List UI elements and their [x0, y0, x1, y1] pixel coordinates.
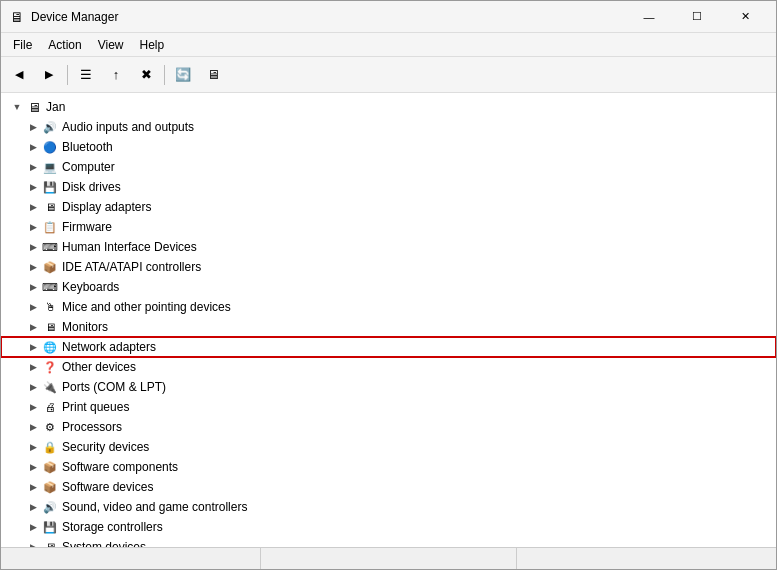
tree-item-bluetooth[interactable]: ▶ 🔵 Bluetooth: [1, 137, 776, 157]
minimize-button[interactable]: —: [626, 3, 672, 31]
print-icon: 🖨: [41, 399, 59, 415]
security-icon: 🔒: [41, 439, 59, 455]
expand-display-icon: ▶: [25, 199, 41, 215]
tree-item-ports[interactable]: ▶ 🔌 Ports (COM & LPT): [1, 377, 776, 397]
tree-item-monitors[interactable]: ▶ 🖥 Monitors: [1, 317, 776, 337]
tree-root-jan[interactable]: ▼ 🖥 Jan: [1, 97, 776, 117]
tree-item-hid[interactable]: ▶ ⌨ Human Interface Devices: [1, 237, 776, 257]
toolbar: ◀ ▶ ☰ ↑ ✖ 🔄 🖥: [1, 57, 776, 93]
tree-item-other[interactable]: ▶ ❓ Other devices: [1, 357, 776, 377]
status-section-3: [517, 548, 772, 569]
sound-icon: 🔊: [41, 499, 59, 515]
toolbar-update-button[interactable]: ↑: [102, 61, 130, 89]
tree-item-processors[interactable]: ▶ ⚙ Processors: [1, 417, 776, 437]
update-icon: ↑: [113, 67, 120, 82]
expand-system-icon: ▶: [25, 539, 41, 547]
tree-label-processors: Processors: [62, 420, 122, 434]
tree-item-sound[interactable]: ▶ 🔊 Sound, video and game controllers: [1, 497, 776, 517]
tree-item-security[interactable]: ▶ 🔒 Security devices: [1, 437, 776, 457]
expand-ports-icon: ▶: [25, 379, 41, 395]
menu-help[interactable]: Help: [132, 33, 173, 56]
tree-item-disk[interactable]: ▶ 💾 Disk drives: [1, 177, 776, 197]
app-icon: 🖥: [9, 9, 25, 25]
tree-item-network[interactable]: ▶ 🌐 Network adapters: [1, 337, 776, 357]
expand-hid-icon: ▶: [25, 239, 41, 255]
uninstall-icon: ✖: [141, 67, 152, 82]
close-button[interactable]: ✕: [722, 3, 768, 31]
hid-icon: ⌨: [41, 239, 59, 255]
tree-label-software-components: Software components: [62, 460, 178, 474]
keyboard-icon: ⌨: [41, 279, 59, 295]
tree-label-print: Print queues: [62, 400, 129, 414]
menu-view[interactable]: View: [90, 33, 132, 56]
tree-label-mice: Mice and other pointing devices: [62, 300, 231, 314]
title-bar: 🖥 Device Manager — ☐ ✕: [1, 1, 776, 33]
tree-item-system[interactable]: ▶ 🖥 System devices: [1, 537, 776, 547]
forward-icon: ▶: [45, 68, 53, 81]
computer-icon: 🖥: [25, 99, 43, 115]
storage-icon: 💾: [41, 519, 59, 535]
expand-other-icon: ▶: [25, 359, 41, 375]
expand-processors-icon: ▶: [25, 419, 41, 435]
computer-device-icon: 💻: [41, 159, 59, 175]
toolbar-separator-1: [67, 65, 68, 85]
ide-icon: 📦: [41, 259, 59, 275]
expand-jan-icon: ▼: [9, 99, 25, 115]
tree-label-keyboards: Keyboards: [62, 280, 119, 294]
main-content[interactable]: ▼ 🖥 Jan ▶ 🔊 Audio inputs and outputs ▶ 🔵…: [1, 93, 776, 547]
menu-action[interactable]: Action: [40, 33, 89, 56]
tree-item-display[interactable]: ▶ 🖥 Display adapters: [1, 197, 776, 217]
expand-mice-icon: ▶: [25, 299, 41, 315]
tree-root-label: Jan: [46, 100, 65, 114]
tree-item-keyboards[interactable]: ▶ ⌨ Keyboards: [1, 277, 776, 297]
tree-label-disk: Disk drives: [62, 180, 121, 194]
toolbar-forward-button[interactable]: ▶: [35, 61, 63, 89]
tree-label-computer: Computer: [62, 160, 115, 174]
expand-print-icon: ▶: [25, 399, 41, 415]
expand-computer-icon: ▶: [25, 159, 41, 175]
scan-icon: 🔄: [175, 67, 191, 82]
tree-label-network: Network adapters: [62, 340, 156, 354]
tree-item-firmware[interactable]: ▶ 📋 Firmware: [1, 217, 776, 237]
expand-sound-icon: ▶: [25, 499, 41, 515]
expand-ide-icon: ▶: [25, 259, 41, 275]
tree-item-software-components[interactable]: ▶ 📦 Software components: [1, 457, 776, 477]
tree-item-print[interactable]: ▶ 🖨 Print queues: [1, 397, 776, 417]
menu-bar: File Action View Help: [1, 33, 776, 57]
expand-audio-icon: ▶: [25, 119, 41, 135]
mice-icon: 🖱: [41, 299, 59, 315]
toolbar-back-button[interactable]: ◀: [5, 61, 33, 89]
tree-label-security: Security devices: [62, 440, 149, 454]
window-title: Device Manager: [31, 10, 626, 24]
tree-item-software-devices[interactable]: ▶ 📦 Software devices: [1, 477, 776, 497]
tree-item-ide[interactable]: ▶ 📦 IDE ATA/ATAPI controllers: [1, 257, 776, 277]
firmware-icon: 📋: [41, 219, 59, 235]
expand-monitors-icon: ▶: [25, 319, 41, 335]
tree-item-audio[interactable]: ▶ 🔊 Audio inputs and outputs: [1, 117, 776, 137]
monitors-icon: 🖥: [41, 319, 59, 335]
window-controls: — ☐ ✕: [626, 3, 768, 31]
menu-file[interactable]: File: [5, 33, 40, 56]
maximize-button[interactable]: ☐: [674, 3, 720, 31]
status-bar: [1, 547, 776, 569]
tree-item-mice[interactable]: ▶ 🖱 Mice and other pointing devices: [1, 297, 776, 317]
tree-item-storage[interactable]: ▶ 💾 Storage controllers: [1, 517, 776, 537]
toolbar-uninstall-button[interactable]: ✖: [132, 61, 160, 89]
audio-icon: 🔊: [41, 119, 59, 135]
status-section-1: [5, 548, 261, 569]
software-devices-icon: 📦: [41, 479, 59, 495]
toolbar-monitor-button[interactable]: 🖥: [199, 61, 227, 89]
toolbar-scan-button[interactable]: 🔄: [169, 61, 197, 89]
system-icon: 🖥: [41, 539, 59, 547]
expand-disk-icon: ▶: [25, 179, 41, 195]
ports-icon: 🔌: [41, 379, 59, 395]
toolbar-properties-button[interactable]: ☰: [72, 61, 100, 89]
other-icon: ❓: [41, 359, 59, 375]
software-components-icon: 📦: [41, 459, 59, 475]
expand-network-icon: ▶: [25, 339, 41, 355]
device-manager-window: 🖥 Device Manager — ☐ ✕ File Action View …: [0, 0, 777, 570]
tree-item-computer[interactable]: ▶ 💻 Computer: [1, 157, 776, 177]
status-section-2: [261, 548, 517, 569]
tree-label-storage: Storage controllers: [62, 520, 163, 534]
expand-firmware-icon: ▶: [25, 219, 41, 235]
